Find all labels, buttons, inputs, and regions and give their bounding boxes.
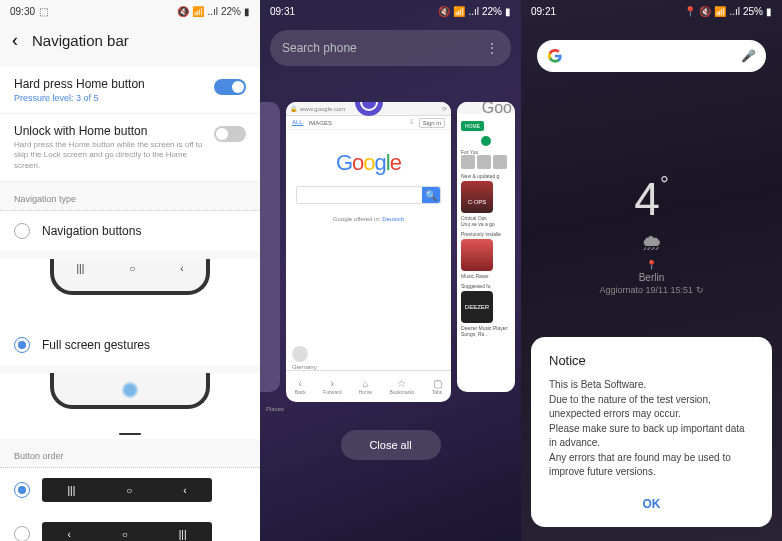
ok-button[interactable]: OK	[549, 497, 754, 511]
weather-widget[interactable]: 4° 🌧 📍 Berlin Aggiornato 19/11 15:51 ↻	[521, 172, 782, 295]
nav-forward: ›Forward	[323, 378, 341, 395]
settings-screen: 09:30 ⬚ 🔇 📶 ..ıl 22% ▮ ‹ Navigation bar …	[0, 0, 260, 541]
setting-unlock-home[interactable]: Unlock with Home button Hard press the H…	[0, 114, 260, 182]
apps-icon: ⦙⦙⦙	[410, 119, 413, 126]
location-pin-icon: 📍	[521, 260, 782, 270]
nav-home: ⌂Home	[359, 378, 372, 395]
notice-dialog: Notice This is Beta Software. Due to the…	[531, 337, 772, 527]
search-phone-bar[interactable]: Search phone ⋮	[270, 30, 511, 66]
tab-all: ALL	[292, 119, 303, 126]
dialog-line: This is Beta Software.	[549, 378, 754, 392]
back-icon[interactable]: ‹	[12, 30, 18, 51]
browser-bottom-nav: ‹Back ›Forward ⌂Home ☆Bookmarks ▢Tabs	[286, 370, 451, 402]
recent-app-card-browser[interactable]: 🔒 www.google.com ⟳ ALL IMAGES ⦙⦙⦙ Sign i…	[286, 102, 451, 402]
page-title: Navigation bar	[32, 32, 129, 49]
play-sub-thumbs	[461, 155, 511, 169]
recent-apps-row[interactable]: 🔒 www.google.com ⟳ ALL IMAGES ⦙⦙⦙ Sign i…	[260, 74, 521, 402]
gesture-indicator	[121, 381, 139, 399]
radio-nav-buttons[interactable]: Navigation buttons	[0, 211, 260, 251]
nav-back: ‹Back	[295, 378, 306, 395]
setting-sub: Pressure level: 3 of 5	[14, 93, 214, 103]
signal-icon: ..ıl	[468, 6, 479, 17]
radio-checked[interactable]	[14, 337, 30, 353]
play-header: Goo	[457, 102, 515, 114]
back-icon: ‹	[183, 485, 186, 496]
radio-label: Navigation buttons	[42, 224, 141, 238]
recents-icon: |||	[179, 529, 187, 540]
lang-link: Deutsch	[382, 216, 404, 222]
wifi-off-icon: 📶	[453, 6, 465, 17]
google-search-box: 🔍	[296, 186, 441, 204]
home-screen: 09:21 📍 🔇 📶 ..ıl 25% ▮ 🎤 4° 🌧 📍 Berlin A…	[521, 0, 782, 541]
setting-desc: Hard press the Home button while the scr…	[14, 140, 214, 171]
dialog-line: Due to the nature of the test version, u…	[549, 393, 754, 421]
tab-images: IMAGES	[309, 120, 332, 126]
close-all-button[interactable]: Close all	[341, 430, 441, 460]
button-bar-preview: ||| ○ ‹	[42, 478, 212, 502]
play-tab-home: HOME	[461, 121, 484, 131]
setting-title: Unlock with Home button	[14, 124, 214, 138]
places-label: Places	[260, 406, 521, 412]
dialog-body: This is Beta Software. Due to the nature…	[549, 378, 754, 479]
battery-percent: 22%	[482, 6, 502, 17]
play-section: Suggested fo	[461, 283, 511, 289]
recents-screen: 09:31 🔇 📶 ..ıl 22% ▮ Search phone ⋮ 🔒 ww…	[260, 0, 521, 541]
app-thumb	[461, 239, 493, 271]
toggle-hard-press[interactable]	[214, 79, 246, 95]
weather-location: Berlin	[521, 272, 782, 283]
radio-gestures[interactable]: Full screen gestures	[0, 325, 260, 365]
dialog-line: Any errors that are found may be used to…	[549, 451, 754, 479]
gestures-graphic	[50, 373, 210, 423]
status-bar: 09:21 📍 🔇 📶 ..ıl 25% ▮	[521, 0, 782, 22]
google-logo: Google	[296, 150, 441, 176]
recent-app-card-left[interactable]	[260, 102, 280, 392]
status-icon: ⬚	[39, 6, 48, 17]
status-bar: 09:31 🔇 📶 ..ıl 22% ▮	[260, 0, 521, 22]
button-bar-preview: ‹ ○ |||	[42, 522, 212, 541]
mute-icon: 🔇	[177, 6, 189, 17]
status-time: 09:30	[10, 6, 35, 17]
app-name: Music Racer	[461, 273, 511, 279]
radio-unchecked[interactable]	[14, 223, 30, 239]
radio-label: Full screen gestures	[42, 338, 150, 352]
back-icon: ‹	[180, 263, 183, 274]
home-icon: ○	[126, 485, 132, 496]
setting-title: Hard press Home button	[14, 77, 214, 91]
section-button-order: Button order	[0, 439, 260, 468]
search-button-icon: 🔍	[422, 187, 440, 203]
status-bar: 09:30 ⬚ 🔇 📶 ..ıl 22% ▮	[0, 0, 260, 22]
battery-icon: ▮	[505, 6, 511, 17]
google-g-icon	[547, 48, 563, 64]
nav-buttons-graphic: ||| ○ ‹	[50, 259, 210, 309]
radio-checked[interactable]	[14, 482, 30, 498]
app-name: Deezer Music Player: Songs, Ra...	[461, 325, 511, 337]
recent-app-card-play[interactable]: Goo HOME For You New & updated g C·OPS C…	[457, 102, 515, 392]
google-search-widget[interactable]: 🎤	[537, 40, 766, 72]
google-offered: Google offered in: Deutsch	[296, 216, 441, 222]
btn-order-1[interactable]: ||| ○ ‹	[0, 468, 260, 512]
back-icon: ‹	[67, 529, 70, 540]
menu-dots-icon[interactable]: ⋮	[485, 40, 499, 56]
reload-icon: ⟳	[442, 105, 447, 112]
mic-icon[interactable]: 🎤	[741, 49, 756, 63]
signal-icon: ..ıl	[729, 6, 740, 17]
app-thumb: DEEZER	[461, 291, 493, 323]
signal-icon: ..ıl	[207, 6, 218, 17]
battery-percent: 25%	[743, 6, 763, 17]
home-icon: ○	[122, 529, 128, 540]
location-icon: 📍	[684, 6, 696, 17]
play-section: Previously installe	[461, 231, 511, 237]
mute-icon: 🔇	[438, 6, 450, 17]
btn-order-2[interactable]: ‹ ○ |||	[0, 512, 260, 541]
toggle-unlock-home[interactable]	[214, 126, 246, 142]
play-section: New & updated g	[461, 173, 511, 179]
setting-hard-press[interactable]: Hard press Home button Pressure level: 3…	[0, 67, 260, 114]
mute-icon: 🔇	[699, 6, 711, 17]
recents-icon: |||	[76, 263, 84, 274]
app-sub: Uno se va a go	[461, 221, 511, 227]
status-time: 09:31	[270, 6, 295, 17]
status-time: 09:21	[531, 6, 556, 17]
signin-button: Sign in	[419, 118, 445, 128]
section-nav-type: Navigation type	[0, 182, 260, 211]
radio-unchecked[interactable]	[14, 526, 30, 541]
